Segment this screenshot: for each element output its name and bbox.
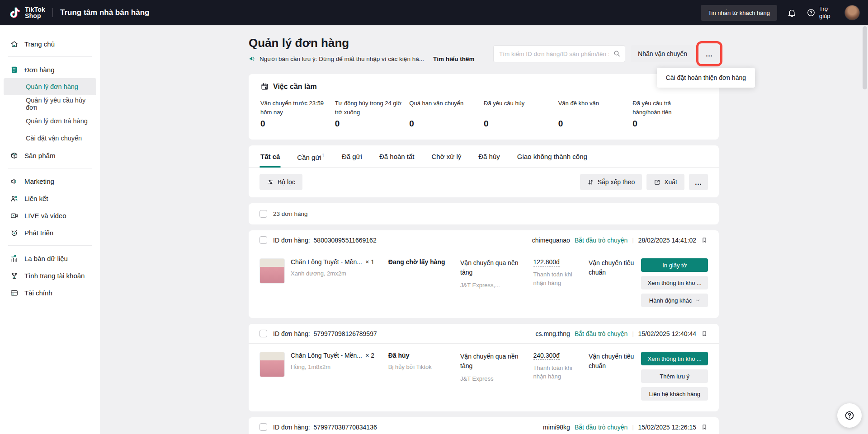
help-menu[interactable]: Trợ giúp: [807, 5, 835, 20]
sidebar-item-returns[interactable]: Quản lý đơn trả hàng: [4, 112, 96, 130]
sidebar-item-cancel-requests[interactable]: Quản lý yêu cầu hủy đơn: [4, 95, 96, 112]
order-checkbox[interactable]: [259, 236, 267, 244]
sidebar-label: Tài chính: [24, 289, 52, 297]
sidebar-divider: [8, 245, 92, 246]
order-id-label: ID đơn hàng:: [273, 424, 310, 431]
todo-stat-ship-before[interactable]: Vận chuyển trước 23:59 hôm nay 0: [260, 99, 335, 129]
order-id: 580030895511669162: [314, 237, 377, 244]
view-warehouse-info-button[interactable]: Xem thông tin kho ...: [641, 352, 708, 365]
header-divider: [52, 8, 53, 17]
sidebar-item-marketing[interactable]: Marketing: [0, 173, 100, 190]
search-icon: [613, 50, 621, 57]
order-datetime: 15/02/2025 12:40:44: [638, 330, 696, 337]
order-card: ID đơn hàng: 579977098126789597 cs.mng.t…: [249, 324, 719, 411]
sidebar-item-finance[interactable]: Tài chính: [0, 284, 100, 301]
todo-stat-cancel-requested[interactable]: Đã yêu cầu hủy 0: [484, 99, 558, 129]
sidebar-item-affiliate[interactable]: Liên kết: [0, 190, 100, 207]
divider: |: [632, 424, 633, 430]
page-title: Quản lý đơn hàng: [249, 36, 474, 50]
export-icon: [654, 179, 660, 186]
top-bar: TikTok Shop Trung tâm nhà bán hàng Tin n…: [0, 0, 868, 25]
customer-messages-button[interactable]: Tin nhắn từ khách hàng: [701, 5, 777, 21]
sidebar-item-live-video[interactable]: LIVE và video: [0, 207, 100, 224]
sort-icon: [587, 179, 594, 186]
todo-title: Việc cần làm: [273, 83, 317, 91]
sidebar-item-orders[interactable]: Đơn hàng: [0, 61, 100, 78]
bookmark-icon[interactable]: [701, 237, 708, 244]
tab-to-ship[interactable]: Cần gửi1: [296, 145, 326, 167]
order-checkbox[interactable]: [259, 330, 267, 337]
tab-delivery-failed[interactable]: Giao không thành công: [516, 145, 588, 167]
order-count: 23 đơn hàng: [273, 210, 307, 217]
page-more-button[interactable]: ...: [700, 45, 719, 62]
todo-stat-autocancel[interactable]: Tự động hủy trong 24 giờ trở xuống 0: [335, 99, 410, 129]
product-qty: × 1: [363, 258, 388, 307]
filter-button[interactable]: Bộ lọc: [259, 174, 302, 190]
buyer-name: cs.mng.thng: [536, 330, 570, 337]
notification-bell-icon[interactable]: [787, 8, 797, 18]
dropdown-menu-item-order-completion-settings[interactable]: Cài đặt hoàn thiện đơn hàng: [657, 68, 755, 88]
tab-badge: 1: [322, 153, 325, 158]
help-label: Trợ giúp: [819, 5, 835, 20]
todo-stat-logistics-issue[interactable]: Vấn đề kho vận 0: [558, 99, 633, 129]
people-icon: [10, 194, 19, 203]
sidebar-item-home[interactable]: Trang chủ: [0, 35, 100, 52]
toolbar-more-button[interactable]: ...: [689, 174, 708, 190]
order-id-label: ID đơn hàng:: [273, 330, 310, 337]
todo-stat-overdue[interactable]: Quá hạn vận chuyển 0: [409, 99, 484, 129]
export-button[interactable]: Xuất: [646, 174, 684, 190]
sidebar-item-growth[interactable]: Phát triển: [0, 224, 100, 241]
order-card: ID đơn hàng: 580030895511669162 chimequa…: [249, 230, 719, 318]
sidebar-label: La bàn dữ liệu: [24, 255, 68, 262]
shipping-label-button[interactable]: Nhãn vận chuyển: [631, 45, 694, 62]
bookmark-icon[interactable]: [701, 424, 708, 431]
tab-shipped[interactable]: Đã gửi: [341, 145, 363, 167]
order-price: 240.300đ: [533, 352, 560, 360]
brand-text: TikTok Shop: [25, 6, 45, 19]
order-checkbox[interactable]: [259, 423, 267, 431]
tiktok-shop-logo[interactable]: TikTok Shop: [8, 5, 45, 20]
select-all-checkbox[interactable]: [259, 210, 267, 218]
sidebar-item-products[interactable]: Sản phẩm: [0, 147, 100, 164]
product-box-icon: [10, 151, 19, 160]
product-name: Chăn Lông Tuyết - Mền...: [291, 258, 363, 266]
start-chat-link[interactable]: Bắt đầu trò chuyện: [575, 237, 628, 244]
tab-all[interactable]: Tất cả: [259, 145, 281, 167]
tab-completed[interactable]: Đã hoàn tất: [378, 145, 415, 167]
tab-cancelled[interactable]: Đã hủy: [477, 145, 501, 167]
vertical-scrollbar[interactable]: [863, 26, 867, 89]
payment-method: Thanh toán khi nhận hàng: [533, 271, 579, 288]
sidebar-label: Tình trạng tài khoản: [24, 272, 85, 280]
view-warehouse-info-button[interactable]: Xem thông tin kho ...: [641, 276, 708, 289]
start-chat-link[interactable]: Bắt đầu trò chuyện: [575, 330, 628, 337]
order-count-bar: 23 đơn hàng: [249, 203, 719, 224]
announcement-megaphone-icon: [249, 55, 256, 62]
todo-stat-return-refund[interactable]: Đã yêu cầu trả hàng/hoàn tiền 0: [632, 99, 707, 129]
bookmark-icon[interactable]: [701, 330, 708, 337]
buyer-name: mimi98kg: [543, 424, 570, 431]
tiktok-note-icon: [8, 5, 22, 20]
tab-pending[interactable]: Chờ xử lý: [431, 145, 462, 167]
contact-customer-button[interactable]: Liên hệ khách hàng: [641, 387, 708, 401]
growth-icon: [10, 229, 19, 237]
avatar[interactable]: [844, 5, 860, 20]
sidebar-item-order-management[interactable]: Quản lý đơn hàng: [4, 78, 96, 95]
chevron-down-icon: [695, 298, 700, 303]
shipping-method: Vận chuyển tiêu chuẩn: [589, 258, 642, 307]
more-actions-button[interactable]: Hành động khác: [641, 294, 708, 307]
floating-help-button[interactable]: [837, 403, 862, 428]
add-note-button[interactable]: Thêm lưu ý: [641, 369, 708, 383]
search-input[interactable]: [493, 45, 625, 62]
shipping-method: Vận chuyển tiêu chuẩn: [589, 352, 642, 401]
sidebar-item-account-health[interactable]: Tình trạng tài khoản: [0, 267, 100, 284]
product-variant: Hồng, 1m8x2m: [291, 363, 363, 372]
help-circle-icon: [807, 8, 816, 17]
start-chat-link[interactable]: Bắt đầu trò chuyện: [575, 424, 628, 431]
print-documents-button[interactable]: In giấy tờ: [641, 258, 708, 272]
sidebar-label: Sản phẩm: [24, 152, 55, 159]
learn-more-link[interactable]: Tìm hiểu thêm: [433, 56, 475, 62]
sidebar-item-shipping-settings[interactable]: Cài đặt vận chuyển: [4, 130, 96, 147]
product-variant: Xanh dương, 2mx2m: [291, 270, 363, 278]
sidebar-item-data-compass[interactable]: La bàn dữ liệu: [0, 250, 100, 267]
sort-button[interactable]: Sắp xếp theo: [580, 174, 642, 190]
